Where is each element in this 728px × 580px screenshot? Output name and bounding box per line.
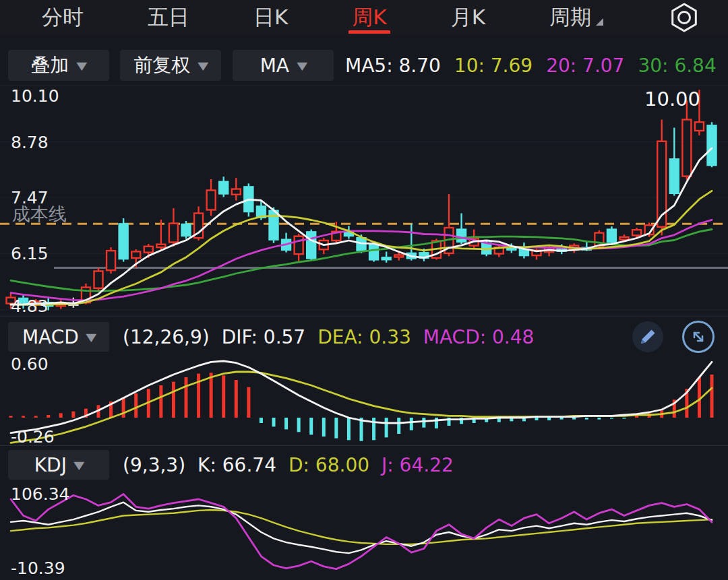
price-axis-label: 10.10 [11, 86, 59, 106]
panel-divider [0, 317, 728, 317]
price-axis-label: 8.78 [11, 133, 49, 153]
expand-icon [688, 327, 708, 347]
macd-value: MACD: 0.48 [423, 326, 535, 348]
kdj-panel-header: KDJ ▼ (9,3,3) K: 66.74 D: 68.00 J: 64.22 [0, 446, 728, 484]
pencil-icon [638, 327, 657, 346]
d-value: D: 68.00 [289, 454, 369, 476]
cost-line-label: 成本线 [12, 202, 67, 226]
price-axis-label: 6.15 [11, 244, 49, 264]
macd-panel-header: MACD ▼ (12,26,9) DIF: 0.57 DEA: 0.33 MAC… [0, 318, 728, 356]
main-chart-area[interactable] [0, 85, 728, 317]
fullscreen-button[interactable] [682, 321, 715, 353]
kdj-value-readout: (9,3,3) K: 66.74 D: 68.00 J: 64.22 [123, 454, 454, 476]
macd-indicator-dropdown[interactable]: MACD ▼ [8, 322, 109, 352]
macd-chart-area[interactable] [0, 356, 728, 446]
dea-value: DEA: 0.33 [317, 326, 411, 348]
high-price-label: 10.00 [644, 88, 700, 110]
kdj-axis-label: 106.34 [11, 484, 69, 505]
price-axis-label: 4.83 [11, 296, 49, 317]
dif-value: DIF: 0.57 [222, 326, 305, 348]
kdj-params: (9,3,3) [123, 454, 185, 476]
k-value: K: 66.74 [198, 454, 276, 476]
macd-axis-label: 0.60 [11, 354, 49, 375]
macd-axis-label: -0.26 [11, 427, 55, 447]
kdj-indicator-dropdown[interactable]: KDJ ▼ [8, 450, 109, 480]
kdj-chart-area[interactable] [0, 482, 728, 580]
chevron-down-icon: ▼ [73, 459, 84, 472]
kdj-dropdown-label: KDJ [34, 454, 67, 476]
macd-dropdown-label: MACD [22, 326, 79, 348]
kdj-axis-label: -10.39 [11, 558, 65, 579]
chevron-down-icon: ▼ [86, 331, 96, 344]
stock-chart-app: 分时 五日 日K 周K 月K 周期 叠加 ▼ [0, 0, 728, 580]
draw-tool-button[interactable] [632, 321, 663, 352]
macd-params: (12,26,9) [123, 326, 210, 348]
macd-value-readout: (12,26,9) DIF: 0.57 DEA: 0.33 MACD: 0.48 [123, 326, 534, 348]
j-value: J: 64.22 [382, 454, 454, 476]
